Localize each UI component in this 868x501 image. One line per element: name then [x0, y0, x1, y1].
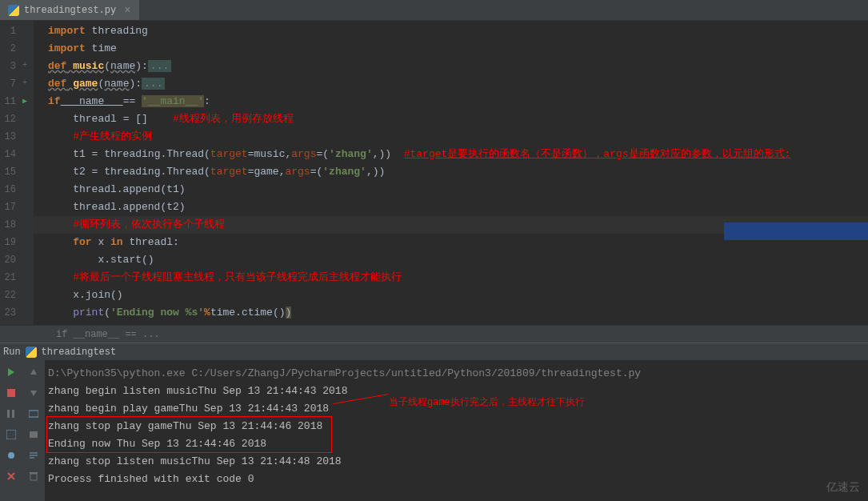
- line-num: 13: [0, 128, 21, 146]
- run-gutter-icon[interactable]: ▶: [22, 96, 27, 106]
- run-toolbar-1: [0, 360, 22, 501]
- python-icon: [8, 5, 19, 16]
- line-num: 19: [0, 234, 21, 251]
- console-line: zhang stop listen musicThu Sep 13 21:44:…: [48, 453, 865, 471]
- line-num: 7: [0, 75, 21, 93]
- export-button[interactable]: [26, 407, 41, 421]
- line-num: 17: [0, 198, 21, 216]
- svg-rect-2: [12, 410, 14, 418]
- line-num: 11: [0, 93, 21, 110]
- svg-rect-8: [30, 472, 38, 474]
- line-num: 14: [0, 146, 21, 163]
- run-toolbar-2: [22, 360, 45, 501]
- line-num: 15: [0, 163, 21, 181]
- svg-point-4: [8, 452, 14, 459]
- line-num: 1: [0, 22, 21, 40]
- close-run-button[interactable]: [4, 469, 18, 483]
- console-line: zhang stop play gameThu Sep 13 21:44:46 …: [48, 418, 865, 435]
- run-config-name[interactable]: threadingtest: [42, 347, 117, 358]
- line-num: 18: [0, 216, 21, 234]
- line-num: 12: [0, 110, 21, 128]
- fold-column: + + ▶: [21, 21, 34, 325]
- console-output[interactable]: D:\Python35\python.exe C:/Users/ZhangJ/P…: [45, 360, 868, 501]
- run-tool-header: Run threadingtest: [0, 343, 868, 360]
- line-num: 16: [0, 181, 21, 198]
- wrap-button[interactable]: [26, 448, 41, 463]
- run-label: Run: [3, 347, 21, 358]
- svg-rect-1: [7, 410, 10, 418]
- line-num: 20: [0, 251, 21, 269]
- tab-filename: threadingtest.py: [24, 5, 116, 16]
- svg-rect-5: [29, 411, 38, 417]
- line-num: 2: [0, 40, 21, 58]
- pause-button[interactable]: [4, 407, 18, 421]
- svg-rect-3: [6, 430, 16, 439]
- svg-rect-6: [30, 431, 38, 438]
- svg-rect-0: [7, 389, 15, 397]
- layout-button[interactable]: [4, 427, 18, 442]
- console-line: Ending now Thu Sep 13 21:44:46 2018: [48, 435, 865, 453]
- tab-bar: threadingtest.py ×: [0, 0, 868, 21]
- up-button[interactable]: [26, 365, 41, 379]
- fold-expand-icon[interactable]: +: [22, 78, 27, 87]
- line-num: 22: [0, 287, 21, 304]
- fold-expand-icon[interactable]: +: [22, 61, 27, 70]
- breadcrumb[interactable]: if __name__ == ...: [0, 325, 868, 343]
- python-icon: [26, 347, 37, 358]
- rerun-button[interactable]: [4, 365, 18, 379]
- run-panel: D:\Python35\python.exe C:/Users/ZhangJ/P…: [0, 360, 868, 501]
- code-area[interactable]: import threading import time def music(n…: [34, 21, 868, 325]
- console-exit: Process finished with exit code 0: [48, 471, 865, 488]
- line-num: 3: [0, 58, 21, 75]
- line-num: 21: [0, 269, 21, 287]
- stop-button[interactable]: [4, 386, 18, 400]
- line-gutter: 1 2 3 7 11 12 13 14 15 16 17 18 19 20 21…: [0, 21, 21, 325]
- print-button[interactable]: [26, 427, 41, 442]
- trash-button[interactable]: [26, 469, 41, 483]
- console-cmd: D:\Python35\python.exe C:/Users/ZhangJ/P…: [48, 365, 865, 383]
- close-icon[interactable]: ×: [124, 4, 130, 17]
- pin-button[interactable]: [4, 448, 18, 463]
- annotation-text: 当子线程game执行完之后，主线程才往下执行: [389, 394, 585, 411]
- svg-rect-7: [30, 474, 37, 480]
- file-tab[interactable]: threadingtest.py ×: [0, 0, 139, 20]
- line-num: 23: [0, 304, 21, 322]
- code-editor[interactable]: 1 2 3 7 11 12 13 14 15 16 17 18 19 20 21…: [0, 21, 868, 325]
- down-button[interactable]: [26, 386, 41, 400]
- watermark: 亿速云: [826, 479, 860, 496]
